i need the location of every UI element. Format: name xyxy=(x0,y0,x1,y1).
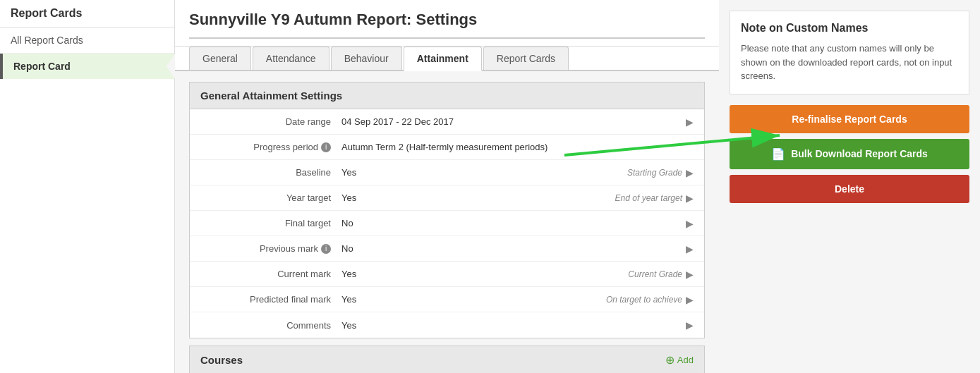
tab-behaviour[interactable]: Behaviour xyxy=(331,47,402,70)
settings-row: CommentsYes▶ xyxy=(190,312,704,338)
info-icon[interactable]: i xyxy=(321,244,331,254)
row-label: Year target xyxy=(200,192,341,203)
row-value: No xyxy=(341,243,682,254)
chevron-right-icon[interactable]: ▶ xyxy=(686,294,694,305)
chevron-right-icon[interactable]: ▶ xyxy=(686,218,694,229)
right-panel: Note on Custom Names Please note that an… xyxy=(719,0,980,373)
row-right-text: Current Grade xyxy=(628,269,682,279)
add-label: Add xyxy=(677,355,694,365)
row-value: Yes xyxy=(341,167,627,178)
settings-row: Year targetYesEnd of year target▶ xyxy=(190,185,704,211)
settings-row: Current markYesCurrent Grade▶ xyxy=(190,262,704,287)
settings-row: Date range04 Sep 2017 - 22 Dec 2017▶ xyxy=(190,109,704,135)
row-value: Yes xyxy=(341,294,606,305)
settings-row: Predicted final markYesOn target to achi… xyxy=(190,287,704,312)
main-header: Sunnyville Y9 Autumn Report: Settings xyxy=(175,0,719,47)
tab-report-cards[interactable]: Report Cards xyxy=(483,47,569,70)
note-title: Note on Custom Names xyxy=(741,22,958,35)
content-area: GeneralAttendanceBehaviourAttainmentRepo… xyxy=(175,47,719,373)
row-label: Date range xyxy=(200,116,341,127)
row-value: Autumn Term 2 (Half-termly measurement p… xyxy=(341,142,694,152)
courses-header: Courses ⊕ Add xyxy=(190,346,704,373)
row-label: Previous marki xyxy=(200,243,341,254)
row-right-text: On target to achieve xyxy=(606,295,682,305)
sidebar-item-report-card[interactable]: Report Card xyxy=(0,54,174,79)
row-value: Yes xyxy=(341,192,615,203)
note-box: Note on Custom Names Please note that an… xyxy=(730,11,969,94)
tabs-container xyxy=(189,37,705,39)
attainment-settings-section: General Attainment Settings Date range04… xyxy=(189,82,705,338)
add-course-button[interactable]: ⊕ Add xyxy=(665,353,694,367)
sidebar: Report Cards All Report Cards Report Car… xyxy=(0,0,175,373)
sidebar-item-all-report-cards[interactable]: All Report Cards xyxy=(0,27,174,54)
settings-rows: Date range04 Sep 2017 - 22 Dec 2017▶Prog… xyxy=(190,109,704,338)
row-label: Comments xyxy=(200,320,341,331)
row-label: Progress periodi xyxy=(200,142,341,152)
settings-row: Previous markiNo▶ xyxy=(190,236,704,262)
plus-icon: ⊕ xyxy=(665,353,674,367)
file-icon: 📄 xyxy=(771,147,785,161)
bulk-download-button[interactable]: 📄 Bulk Download Report Cards xyxy=(730,139,969,169)
row-value: No xyxy=(341,218,682,228)
courses-title: Courses xyxy=(200,354,243,366)
courses-section: Courses ⊕ Add English▶ xyxy=(189,346,705,373)
row-value: 04 Sep 2017 - 22 Dec 2017 xyxy=(341,116,682,127)
row-value: Yes xyxy=(341,320,682,331)
row-label: Baseline xyxy=(200,167,341,178)
settings-row: BaselineYesStarting Grade▶ xyxy=(190,160,704,185)
chevron-right-icon[interactable]: ▶ xyxy=(686,192,694,204)
row-label: Final target xyxy=(200,218,341,228)
settings-row: Progress periodiAutumn Term 2 (Half-term… xyxy=(190,135,704,160)
chevron-right-icon[interactable]: ▶ xyxy=(686,243,694,255)
row-value: Yes xyxy=(341,269,628,279)
sidebar-title: Report Cards xyxy=(0,0,174,27)
chevron-right-icon[interactable]: ▶ xyxy=(686,116,694,128)
refinalise-button[interactable]: Re-finalise Report Cards xyxy=(730,105,969,133)
tab-bar: GeneralAttendanceBehaviourAttainmentRepo… xyxy=(175,47,719,71)
chevron-right-icon[interactable]: ▶ xyxy=(686,319,694,331)
chevron-right-icon[interactable]: ▶ xyxy=(686,167,694,178)
tab-attainment[interactable]: Attainment xyxy=(404,47,482,71)
tab-attendance[interactable]: Attendance xyxy=(253,47,329,70)
tab-general[interactable]: General xyxy=(189,47,251,70)
row-label: Predicted final mark xyxy=(200,294,341,305)
main-content: Sunnyville Y9 Autumn Report: Settings Ge… xyxy=(175,0,719,373)
row-right-text: End of year target xyxy=(615,193,682,203)
row-right-text: Starting Grade xyxy=(627,168,682,178)
settings-row: Final targetNo▶ xyxy=(190,211,704,236)
bulk-download-label: Bulk Download Report Cards xyxy=(791,148,928,159)
row-label: Current mark xyxy=(200,269,341,279)
section-title: General Attainment Settings xyxy=(190,82,704,109)
delete-button[interactable]: Delete xyxy=(730,175,969,203)
info-icon[interactable]: i xyxy=(321,142,331,152)
page-title: Sunnyville Y9 Autumn Report: Settings xyxy=(189,11,705,29)
note-text: Please note that any custom names will o… xyxy=(741,42,958,83)
chevron-right-icon[interactable]: ▶ xyxy=(686,269,694,280)
